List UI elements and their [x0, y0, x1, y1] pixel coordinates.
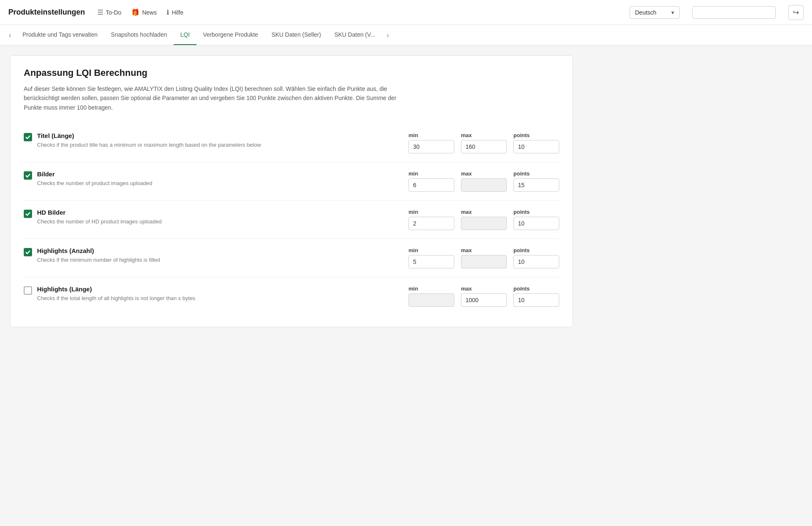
max-input-highlights-anzahl	[461, 255, 507, 268]
app-title: Produkteinstellungen	[8, 8, 85, 17]
field-group-points-highlights-anzahl: points	[513, 247, 559, 268]
action-button[interactable]: ↪	[788, 5, 804, 20]
tabs-next-button[interactable]: ›	[382, 25, 394, 45]
field-group-max-highlights-anzahl: max	[461, 247, 507, 268]
checkbox-hd-bilder[interactable]	[24, 210, 32, 218]
field-group-min-hd-bilder: min	[408, 209, 454, 230]
tab-sku-seller[interactable]: SKU Daten (Seller)	[265, 25, 328, 45]
fields-row-highlights-anzahl: min max points	[408, 247, 559, 268]
checkbox-bilder[interactable]	[24, 171, 32, 180]
min-input-bilder[interactable]	[408, 178, 454, 192]
points-input-titel-laenge[interactable]	[513, 140, 559, 153]
tabs-bar: ‹ Produkte und Tags verwalten Snapshots …	[0, 25, 812, 45]
lqi-item: Bilder Checks the number of product imag…	[24, 162, 559, 200]
lqi-items-container: Titel (Länge) Checks if the product titl…	[24, 124, 559, 315]
lqi-desc-highlights-anzahl: Checks if the minimum number of highligh…	[37, 256, 402, 264]
hilfe-icon: ℹ	[167, 8, 169, 16]
max-label: max	[461, 247, 507, 253]
fields-row-titel-laenge: min max points	[408, 132, 559, 153]
max-input-bilder	[461, 178, 507, 192]
min-input-highlights-laenge	[408, 293, 454, 307]
points-label: points	[513, 286, 559, 292]
lqi-label-hd-bilder: HD Bilder	[37, 209, 402, 216]
fields-row-bilder: min max points	[408, 170, 559, 192]
lqi-item: Highlights (Länge) Checks if the total l…	[24, 277, 559, 315]
field-group-max-bilder: max	[461, 170, 507, 192]
fields-row-highlights-laenge: min max points	[408, 286, 559, 307]
field-group-min-highlights-anzahl: min	[408, 247, 454, 268]
field-group-points-hd-bilder: points	[513, 209, 559, 230]
lqi-item: Highlights (Anzahl) Checks if the minimu…	[24, 238, 559, 277]
tab-produkte[interactable]: Produkte und Tags verwalten	[16, 25, 104, 45]
min-label: min	[408, 170, 454, 177]
nav-news-label: News	[142, 9, 157, 16]
lqi-label-bilder: Bilder	[37, 170, 402, 178]
lqi-checkbox-area: Highlights (Länge) Checks if the total l…	[24, 286, 402, 303]
min-input-titel-laenge[interactable]	[408, 140, 454, 153]
checkbox-titel-laenge[interactable]	[24, 133, 32, 141]
lqi-checkbox-area: Bilder Checks the number of product imag…	[24, 170, 402, 188]
points-input-highlights-laenge[interactable]	[513, 293, 559, 307]
lqi-desc-bilder: Checks the number of product images uplo…	[37, 179, 402, 188]
min-label: min	[408, 132, 454, 138]
tab-verborgene[interactable]: Verborgene Produkte	[197, 25, 265, 45]
field-group-max-titel-laenge: max	[461, 132, 507, 153]
field-group-min-bilder: min	[408, 170, 454, 192]
points-label: points	[513, 247, 559, 253]
field-group-min-highlights-laenge: min	[408, 286, 454, 307]
lqi-item: Titel (Länge) Checks if the product titl…	[24, 124, 559, 162]
max-input-hd-bilder	[461, 217, 507, 230]
max-input-titel-laenge[interactable]	[461, 140, 507, 153]
tab-snapshots[interactable]: Snapshots hochladen	[104, 25, 174, 45]
min-input-highlights-anzahl[interactable]	[408, 255, 454, 268]
news-icon: 🎁	[131, 8, 139, 16]
lqi-text-highlights-anzahl: Highlights (Anzahl) Checks if the minimu…	[37, 247, 402, 264]
lqi-label-titel-laenge: Titel (Länge)	[37, 132, 402, 139]
field-group-points-highlights-laenge: points	[513, 286, 559, 307]
checkbox-highlights-anzahl[interactable]	[24, 248, 32, 256]
field-group-max-highlights-laenge: max	[461, 286, 507, 307]
lqi-label-highlights-laenge: Highlights (Länge)	[37, 286, 402, 293]
lqi-card: Anpassung LQI Berechnung Auf dieser Seit…	[10, 55, 573, 327]
checkbox-highlights-laenge[interactable]	[24, 286, 32, 295]
nav-hilfe-label: Hilfe	[172, 9, 183, 16]
page-title: Anpassung LQI Berechnung	[24, 68, 559, 78]
field-group-points-titel-laenge: points	[513, 132, 559, 153]
max-label: max	[461, 209, 507, 215]
nav-news[interactable]: 🎁 News	[131, 8, 157, 16]
points-input-highlights-anzahl[interactable]	[513, 255, 559, 268]
field-group-points-bilder: points	[513, 170, 559, 192]
lqi-text-highlights-laenge: Highlights (Länge) Checks if the total l…	[37, 286, 402, 303]
lqi-checkbox-area: Titel (Länge) Checks if the product titl…	[24, 132, 402, 149]
header-nav: ☰ To-Do 🎁 News ℹ Hilfe	[97, 8, 617, 16]
tabs-prev-button[interactable]: ‹	[4, 25, 16, 45]
nav-hilfe[interactable]: ℹ Hilfe	[167, 8, 183, 16]
lqi-checkbox-area: Highlights (Anzahl) Checks if the minimu…	[24, 247, 402, 264]
lqi-desc-highlights-laenge: Checks if the total length of all highli…	[37, 294, 402, 303]
forward-icon: ↪	[793, 8, 799, 17]
min-label: min	[408, 247, 454, 253]
language-selector[interactable]: Deutsch ▾	[630, 6, 680, 19]
min-label: min	[408, 209, 454, 215]
lqi-text-titel-laenge: Titel (Länge) Checks if the product titl…	[37, 132, 402, 149]
lqi-label-highlights-anzahl: Highlights (Anzahl)	[37, 247, 402, 254]
fields-row-hd-bilder: min max points	[408, 209, 559, 230]
points-label: points	[513, 209, 559, 215]
points-label: points	[513, 132, 559, 138]
min-input-hd-bilder[interactable]	[408, 217, 454, 230]
tab-sku-vendor[interactable]: SKU Daten (V...	[328, 25, 382, 45]
main-content: Anpassung LQI Berechnung Auf dieser Seit…	[0, 45, 583, 337]
max-label: max	[461, 132, 507, 138]
nav-todo-label: To-Do	[106, 9, 121, 16]
max-input-highlights-laenge[interactable]	[461, 293, 507, 307]
field-group-max-hd-bilder: max	[461, 209, 507, 230]
chevron-down-icon: ▾	[671, 9, 674, 16]
language-label: Deutsch	[635, 9, 656, 16]
tab-lqi[interactable]: LQI	[174, 25, 197, 45]
nav-todo[interactable]: ☰ To-Do	[97, 8, 121, 16]
lqi-item: HD Bilder Checks the number of HD produc…	[24, 200, 559, 238]
lqi-text-bilder: Bilder Checks the number of product imag…	[37, 170, 402, 188]
search-input[interactable]	[692, 6, 776, 19]
points-input-bilder[interactable]	[513, 178, 559, 192]
points-input-hd-bilder[interactable]	[513, 217, 559, 230]
